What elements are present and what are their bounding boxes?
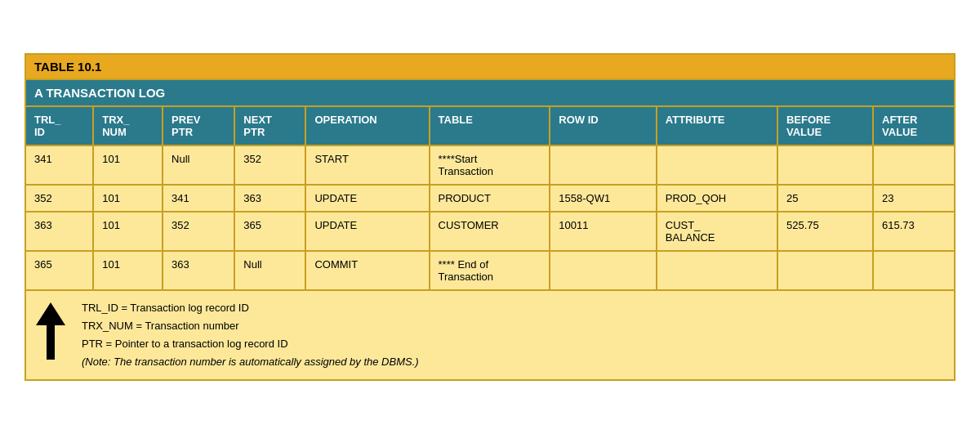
- header-attribute: ATTRIBUTE: [657, 107, 777, 145]
- header-trl-id: TRL_ID: [26, 107, 93, 145]
- cell-trl-id: 365: [26, 251, 93, 290]
- cell-prev-ptr: Null: [163, 145, 234, 185]
- table-title: TABLE 10.1: [26, 55, 954, 80]
- cell-table: ****StartTransaction: [430, 145, 550, 185]
- header-before-value: BEFOREVALUE: [777, 107, 873, 145]
- header-table: TABLE: [430, 107, 550, 145]
- cell-next-ptr: 363: [234, 185, 305, 212]
- cell-trl-id: 341: [26, 145, 93, 185]
- table-row: 365 101 363 Null COMMIT **** End ofTrans…: [26, 251, 954, 290]
- header-prev-ptr: PREVPTR: [163, 107, 234, 145]
- cell-prev-ptr: 352: [163, 212, 234, 251]
- cell-attribute: [657, 145, 777, 185]
- cell-attribute: CUST_BALANCE: [657, 212, 777, 251]
- cell-operation: UPDATE: [305, 185, 429, 212]
- cell-table: CUSTOMER: [430, 212, 550, 251]
- cell-row-id: 1558-QW1: [550, 185, 656, 212]
- arrow-stem: [47, 325, 55, 360]
- table-row: 363 101 352 365 UPDATE CUSTOMER 10011 CU…: [26, 212, 954, 251]
- cell-trx-num: 101: [93, 212, 163, 251]
- cell-next-ptr: Null: [234, 251, 305, 290]
- cell-trx-num: 101: [93, 185, 163, 212]
- cell-after-value: 23: [873, 185, 954, 212]
- footer-line2: TRX_NUM = Transaction number: [82, 317, 419, 335]
- cell-after-value: [873, 145, 954, 185]
- footer-line3: PTR = Pointer to a transaction log recor…: [82, 335, 419, 353]
- transaction-log-table: TRL_ID TRX_NUM PREVPTR NEXTPTR OPERATION…: [26, 107, 954, 379]
- cell-operation: UPDATE: [305, 212, 429, 251]
- footer-text: TRL_ID = Transaction log record ID TRX_N…: [82, 299, 419, 371]
- cell-trl-id: 352: [26, 185, 93, 212]
- header-operation: OPERATION: [305, 107, 429, 145]
- up-arrow-icon: [36, 302, 65, 360]
- footer-content: TRL_ID = Transaction log record ID TRX_N…: [36, 299, 944, 371]
- cell-before-value: 25: [777, 185, 873, 212]
- cell-row-id: 10011: [550, 212, 656, 251]
- header-after-value: AFTERVALUE: [873, 107, 954, 145]
- arrow-head: [36, 302, 65, 325]
- cell-trx-num: 101: [93, 145, 163, 185]
- header-row: TRL_ID TRX_NUM PREVPTR NEXTPTR OPERATION…: [26, 107, 954, 145]
- table-row: 341 101 Null 352 START ****StartTransact…: [26, 145, 954, 185]
- cell-table: PRODUCT: [430, 185, 550, 212]
- main-table-container: TABLE 10.1 A TRANSACTION LOG TRL_ID TRX_…: [24, 53, 956, 381]
- header-next-ptr: NEXTPTR: [234, 107, 305, 145]
- cell-prev-ptr: 341: [163, 185, 234, 212]
- footer-cell: TRL_ID = Transaction log record ID TRX_N…: [26, 290, 954, 379]
- header-row-id: ROW ID: [550, 107, 656, 145]
- table-row: 352 101 341 363 UPDATE PRODUCT 1558-QW1 …: [26, 185, 954, 212]
- header-trx-num: TRX_NUM: [93, 107, 163, 145]
- cell-next-ptr: 365: [234, 212, 305, 251]
- cell-next-ptr: 352: [234, 145, 305, 185]
- cell-after-value: [873, 251, 954, 290]
- cell-operation: COMMIT: [305, 251, 429, 290]
- footer-row: TRL_ID = Transaction log record ID TRX_N…: [26, 290, 954, 379]
- cell-attribute: [657, 251, 777, 290]
- cell-row-id: [550, 251, 656, 290]
- cell-trx-num: 101: [93, 251, 163, 290]
- cell-attribute: PROD_QOH: [657, 185, 777, 212]
- cell-row-id: [550, 145, 656, 185]
- cell-operation: START: [305, 145, 429, 185]
- cell-prev-ptr: 363: [163, 251, 234, 290]
- cell-before-value: 525.75: [777, 212, 873, 251]
- footer-line1: TRL_ID = Transaction log record ID: [82, 299, 419, 317]
- cell-trl-id: 363: [26, 212, 93, 251]
- cell-before-value: [777, 145, 873, 185]
- cell-before-value: [777, 251, 873, 290]
- footer-line4: (Note: The transaction number is automat…: [82, 353, 419, 371]
- cell-table: **** End ofTransaction: [430, 251, 550, 290]
- cell-after-value: 615.73: [873, 212, 954, 251]
- table-subtitle: A TRANSACTION LOG: [26, 80, 954, 107]
